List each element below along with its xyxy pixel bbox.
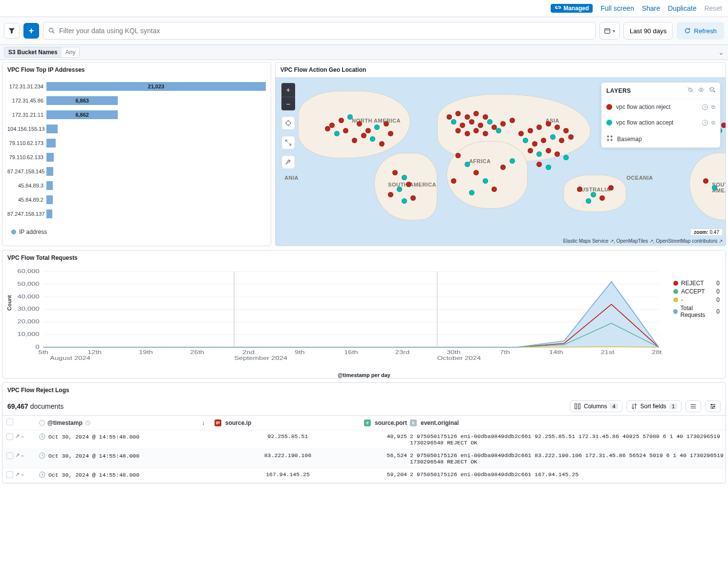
col-event-original[interactable]: kevent.original [410,419,726,426]
osm-link[interactable]: OpenStreetMap contributors ↗ [656,238,723,244]
share-link[interactable]: Share [642,4,660,12]
layer-basemap[interactable]: Basemap [601,130,720,147]
geo-point [339,118,344,123]
fit-bounds-button[interactable] [281,116,295,130]
svg-rect-13 [611,139,613,141]
bar-row[interactable]: 87.247.158.145 [7,164,266,178]
bar-row[interactable]: 172.31.45.86 6,863 [7,93,266,107]
geo-point [370,136,375,142]
add-layer-icon[interactable] [708,86,715,95]
bar-row[interactable]: 45.84.89.3 [7,178,266,192]
geo-point [555,125,560,130]
expand-icon[interactable]: ↗ [15,452,20,459]
geo-point [365,128,371,133]
filter-collapse-toggle[interactable]: ⌄ [718,48,724,56]
bar-row[interactable]: 45.84.89.2 [7,192,266,207]
sort-fields-button[interactable]: Sort fields1 [626,400,682,412]
geo-point [483,178,488,184]
row-checkbox[interactable] [6,471,13,478]
legend-row[interactable]: Total Requests0 [673,305,720,318]
managed-badge: Managed [551,4,593,13]
geo-point [374,125,380,130]
more-icon[interactable]: ▫ [21,453,23,459]
more-icon[interactable]: ▫ [21,472,23,478]
geo-point [536,162,542,167]
svg-text:14th: 14th [549,349,563,356]
map-attribution: Elastic Maps Service ↗, OpenMapTiles ↗, … [563,238,723,244]
svg-text:50,000: 50,000 [18,281,40,287]
layers-title: LAYERS [606,87,631,94]
svg-point-0 [49,28,53,32]
expand-icon[interactable]: ↗ [15,433,20,440]
cell-event-original: 2 975050175126 eni-00dba9849ddb2c661 92.… [410,433,726,446]
svg-point-9 [701,89,702,91]
layer-row[interactable]: vpc flow action reject 🕓⧉ [601,99,720,115]
select-all-checkbox[interactable] [6,419,13,425]
filter-toggle-button[interactable] [4,23,20,39]
col-timestamp[interactable]: @timestamp ↓ [39,419,214,426]
kql-input[interactable] [59,27,590,35]
bar-row[interactable]: 172.31.31.234 21,023 [7,79,266,93]
refresh-button[interactable]: Refresh [677,22,724,40]
legend-row[interactable]: ACCEPT0 [673,288,720,295]
col-source-port[interactable]: #source.port [361,419,410,426]
legend-row[interactable]: -0 [673,296,720,303]
map-controls: + − [281,83,295,169]
cell-source-port: 56,524 [361,452,410,459]
col-source-ip[interactable]: IPsource.ip [214,419,361,426]
bar-row[interactable]: 87.247.158.137 [7,207,266,221]
continent-na [298,91,410,158]
date-picker-button[interactable]: ▾ [600,22,620,40]
geo-point [473,128,479,133]
add-filter-button[interactable]: + [23,23,39,39]
fullscreen-link[interactable]: Full screen [600,4,634,12]
time-range-button[interactable]: Last 90 days [623,22,673,40]
clock-icon [85,419,91,426]
kql-search[interactable] [43,22,596,40]
bar-row[interactable]: 104.156.155.13 [7,122,266,136]
geo-point [361,133,366,138]
bar-row[interactable]: 79.110.62.173 [7,136,266,150]
columns-button[interactable]: Columns4 [570,400,622,412]
ems-link[interactable]: Elastic Maps Service ↗ [563,238,614,244]
layer-row[interactable]: vpc flow action accept 🕓⧉ [601,115,720,130]
tools-button[interactable] [281,155,295,169]
legend-row[interactable]: REJECT0 [673,280,720,287]
svg-line-1 [53,32,55,34]
cell-source-port: 59,204 [361,471,410,478]
duplicate-link[interactable]: Duplicate [668,4,696,12]
zoom-in-button[interactable]: + [281,83,295,97]
link-icon [555,5,561,12]
zoom-out-button[interactable]: − [281,97,295,110]
eye-icon[interactable] [698,86,705,95]
more-icon[interactable]: ▫ [21,434,23,440]
row-actions: ↗ ▫ [15,433,39,440]
table-row[interactable]: ↗ ▫ 🕓Oct 30, 2024 @ 14:55:48.000 83.222.… [2,449,726,468]
geo-point [550,134,556,140]
svg-text:7th: 7th [500,349,510,356]
expand-icon[interactable]: ↗ [15,471,20,478]
table-row[interactable]: ↗ ▫ 🕓Oct 30, 2024 @ 14:55:48.000 92.255.… [2,430,726,449]
row-checkbox[interactable] [6,452,13,459]
geo-point [483,131,488,136]
omt-link[interactable]: OpenMapTiles ↗ [617,238,653,244]
filter-pill-s3[interactable]: S3 Bucket Names Any [4,47,80,58]
svg-text:28th: 28th [652,349,662,356]
svg-rect-10 [607,136,609,138]
wrench-icon [285,159,292,166]
fullscreen-table-button[interactable] [705,400,721,412]
geo-point [546,121,551,126]
geo-point [410,195,416,201]
eye-off-icon[interactable] [687,86,694,95]
sort-icon [631,403,638,410]
expand-map-button[interactable] [281,136,295,149]
geo-point [451,178,456,184]
svg-rect-46 [575,404,577,409]
bar-row[interactable]: 79.110.62.133 [7,150,266,164]
density-button[interactable] [685,400,701,412]
row-checkbox[interactable] [6,433,13,440]
map-canvas[interactable]: + − LAYERS [276,77,726,246]
table-row[interactable]: ↗ ▫ 🕓Oct 30, 2024 @ 14:55:48.000 167.94.… [2,468,726,483]
bar-row[interactable]: 172.31.21.11 6,862 [7,107,266,122]
svg-text:16th: 16th [344,349,358,356]
